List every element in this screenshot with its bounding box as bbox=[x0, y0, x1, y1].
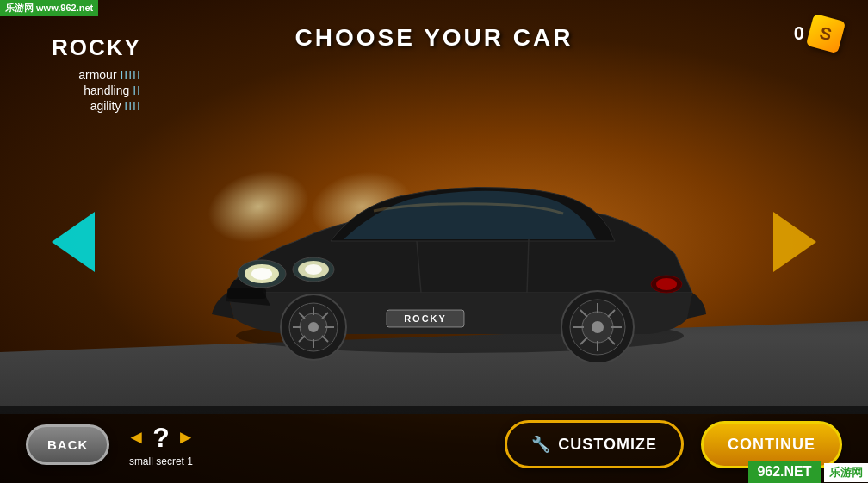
currency-display: 0 S bbox=[794, 17, 842, 50]
stat-armour: armour IIIII bbox=[52, 68, 141, 82]
currency-icon: S bbox=[806, 14, 846, 54]
bottom-bar: BACK ◄ ? ► small secret 1 🔧 CUSTOMIZE CO… bbox=[0, 406, 868, 483]
svg-rect-1 bbox=[227, 288, 266, 299]
currency-amount: 0 bbox=[794, 22, 804, 45]
prev-car-arrow[interactable] bbox=[52, 212, 95, 272]
stat-handling: handling II bbox=[52, 84, 141, 97]
stat-agility-label: agility bbox=[90, 99, 125, 113]
secret-next-arrow[interactable]: ► bbox=[177, 426, 195, 449]
secret-car-nav: ◄ ? ► small secret 1 bbox=[127, 422, 195, 468]
stat-handling-bars: II bbox=[133, 84, 141, 97]
customize-label: CUSTOMIZE bbox=[558, 436, 657, 454]
customize-button[interactable]: 🔧 CUSTOMIZE bbox=[505, 420, 684, 468]
svg-point-4 bbox=[251, 268, 272, 280]
svg-point-25 bbox=[592, 321, 604, 333]
car-info-panel: ROCKY armour IIIII handling II agility I… bbox=[52, 34, 141, 115]
wrench-icon: 🔧 bbox=[531, 435, 551, 454]
svg-text:ROCKY: ROCKY bbox=[404, 313, 447, 324]
next-car-arrow[interactable] bbox=[773, 212, 816, 272]
stat-handling-label: handling bbox=[84, 84, 133, 97]
secret-prev-arrow[interactable]: ◄ bbox=[127, 426, 146, 449]
car-svg: ROCKY bbox=[155, 121, 765, 362]
secret-question-mark: ? bbox=[152, 422, 170, 454]
arrow-left-container[interactable] bbox=[52, 212, 95, 272]
back-button[interactable]: BACK bbox=[26, 424, 109, 465]
secret-car-label: small secret 1 bbox=[129, 455, 193, 468]
svg-point-13 bbox=[308, 322, 319, 332]
car-name: ROCKY bbox=[52, 34, 141, 61]
secret-arrows-row: ◄ ? ► bbox=[127, 422, 195, 454]
svg-point-9 bbox=[656, 278, 677, 290]
stat-agility: agility IIII bbox=[52, 99, 141, 113]
watermark-top: 乐游网 www.962.net bbox=[0, 0, 98, 16]
stat-armour-bars: IIIII bbox=[120, 68, 140, 82]
arrow-right-container[interactable] bbox=[773, 212, 816, 272]
stat-agility-bars: IIII bbox=[124, 99, 141, 113]
stat-armour-label: armour bbox=[78, 68, 120, 82]
car-display: ROCKY bbox=[155, 121, 765, 362]
watermark-bottom-white: 乐游网 bbox=[824, 463, 868, 482]
svg-point-7 bbox=[305, 264, 322, 275]
watermark-bottom: 962.NET 乐游网 bbox=[748, 461, 868, 483]
watermark-bottom-green: 962.NET bbox=[748, 461, 820, 483]
